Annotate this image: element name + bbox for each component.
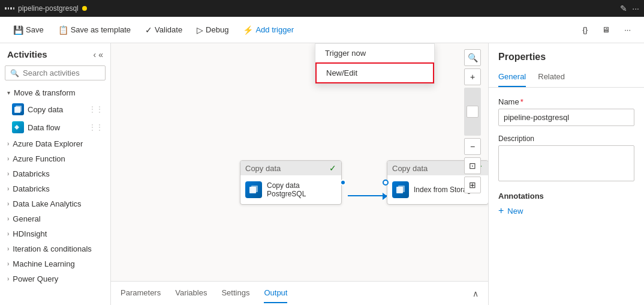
validate-icon: ✓ [145, 25, 152, 35]
unsaved-dot [82, 6, 87, 11]
annotations-section: Annotations + New [498, 192, 634, 216]
more-icon[interactable]: ··· [632, 4, 639, 13]
title-bar-actions: ✎ ··· [620, 4, 639, 13]
code-button[interactable]: {} [576, 22, 594, 37]
toolbar: 💾 Save 📋 Save as template ✓ Validate ▷ D… [0, 17, 644, 43]
new-edit-option[interactable]: New/Edit [315, 62, 434, 83]
sidebar-title: Activities [7, 49, 47, 59]
search-box[interactable]: 🔍 [5, 65, 106, 80]
description-textarea[interactable] [498, 145, 634, 181]
right-connector[interactable] [340, 180, 346, 186]
connector-line [348, 195, 387, 196]
bottom-tabs: Parameters Variables Settings Output ∧ [111, 281, 488, 305]
zoom-in-button[interactable]: + [464, 68, 481, 85]
tab-variables[interactable]: Variables [175, 283, 207, 303]
node-copy-data-postgresql[interactable]: Copy data ✓ Copy data PostgreSQL [240, 160, 342, 205]
search-canvas-button[interactable]: 🔍 [464, 49, 481, 66]
template-icon: 📋 [58, 25, 68, 35]
chevron-right-icon: › [7, 186, 9, 192]
category-label: Databricks [13, 184, 49, 193]
sidebar: Activities ‹ « 🔍 ▾ Move & transform Copy… [0, 43, 111, 305]
sidebar-header: Activities ‹ « [0, 43, 110, 63]
fit-view-button[interactable]: ⊡ [464, 157, 481, 174]
svg-rect-3 [251, 186, 258, 192]
category-label: Azure Data Explorer [13, 139, 83, 148]
tab-output[interactable]: Output [264, 283, 287, 303]
trigger-dropdown: Trigger now New/Edit [315, 43, 435, 84]
canvas-controls: 🔍 + − ⊡ ⊞ [464, 49, 481, 193]
add-trigger-button[interactable]: ⚡ Add trigger [237, 22, 300, 38]
copy-data-icon [12, 103, 24, 115]
zoom-out-button[interactable]: − [464, 138, 481, 155]
left-connector[interactable] [383, 180, 389, 186]
chevron-right-icon: › [7, 261, 9, 267]
chevron-right-icon: › [7, 231, 9, 237]
category-label: Databricks [13, 169, 49, 178]
category-label: Azure Function [13, 154, 65, 163]
category-batch-service[interactable]: › Databricks [0, 166, 110, 181]
node-label: Copy data PostgreSQL [267, 181, 336, 198]
collapse-all-icon[interactable]: « [98, 50, 103, 59]
tab-settings[interactable]: Settings [221, 283, 249, 303]
annotations-title: Annotations [498, 192, 634, 201]
category-data-lake-analytics[interactable]: › Data Lake Analytics [0, 196, 110, 211]
zoom-slider-thumb[interactable] [467, 106, 479, 118]
add-annotation-button[interactable]: + New [498, 205, 634, 216]
debug-button[interactable]: ▷ Debug [191, 22, 234, 38]
chevron-right-icon: › [7, 156, 9, 162]
tab-parameters[interactable]: Parameters [121, 283, 161, 303]
app-icon [5, 4, 14, 13]
category-azure-function[interactable]: › Azure Function [0, 151, 110, 166]
category-move-transform[interactable]: ▾ Move & transform [0, 85, 110, 100]
close-bottom-panel-icon[interactable]: ∧ [473, 289, 479, 298]
search-icon: 🔍 [10, 69, 19, 77]
category-general[interactable]: › General [0, 211, 110, 226]
zoom-slider[interactable] [464, 88, 481, 136]
name-input[interactable] [498, 109, 634, 126]
chevron-down-icon: ▾ [7, 89, 10, 96]
category-label: Move & transform [14, 88, 76, 97]
more-options-button[interactable]: ··· [618, 22, 637, 37]
edit-icon[interactable]: ✎ [620, 4, 627, 13]
canvas-area: Trigger now New/Edit Copy data ✓ Copy da… [111, 43, 488, 305]
chevron-right-icon: › [7, 140, 9, 147]
drag-icon: ⋮⋮ [89, 123, 103, 131]
properties-tabs: General Related [489, 67, 644, 88]
save-as-template-button[interactable]: 📋 Save as template [52, 22, 137, 38]
search-input[interactable] [23, 68, 100, 77]
prop-tab-general[interactable]: General [498, 67, 526, 87]
svg-rect-5 [398, 186, 405, 192]
prop-tab-related[interactable]: Related [538, 67, 565, 87]
right-connector-green [487, 180, 488, 186]
chevron-right-icon: › [7, 276, 9, 282]
category-hdinsight[interactable]: › HDInsight [0, 226, 110, 241]
category-azure-data-explorer[interactable]: › Azure Data Explorer [0, 136, 110, 151]
activity-copy-data[interactable]: Copy data ⋮⋮ [0, 100, 110, 118]
category-power-query[interactable]: › Power Query [0, 271, 110, 286]
node-body: Copy data PostgreSQL [240, 175, 341, 204]
chevron-right-icon: › [7, 201, 9, 207]
properties-body: Name* Description Annotations + New [489, 88, 644, 305]
validate-button[interactable]: ✓ Validate [139, 22, 188, 38]
category-label: Iteration & conditionals [13, 244, 92, 253]
description-label: Description [498, 134, 634, 143]
chevron-right-icon: › [7, 246, 9, 252]
category-machine-learning[interactable]: › Machine Learning [0, 256, 110, 271]
category-databricks[interactable]: › Databricks [0, 181, 110, 196]
grid-button[interactable]: ⊞ [464, 177, 481, 193]
category-iteration[interactable]: › Iteration & conditionals [0, 241, 110, 256]
activity-data-flow[interactable]: Data flow ⋮⋮ [0, 118, 110, 136]
activity-label: Copy data [28, 105, 63, 114]
node-header: Copy data ✓ [240, 161, 341, 175]
category-label: General [13, 214, 40, 223]
save-button[interactable]: 💾 Save [7, 22, 50, 38]
toolbar-right: {} 🖥 ··· [576, 22, 637, 37]
trigger-now-option[interactable]: Trigger now [315, 44, 434, 62]
collapse-icon[interactable]: ‹ [94, 50, 97, 59]
monitor-button[interactable]: 🖥 [596, 22, 616, 37]
tab-name[interactable]: pipeline-postgresql [18, 4, 79, 13]
properties-title: Properties [489, 43, 644, 67]
trigger-icon: ⚡ [243, 25, 253, 35]
chevron-right-icon: › [7, 216, 9, 222]
chevron-right-icon: › [7, 171, 9, 177]
